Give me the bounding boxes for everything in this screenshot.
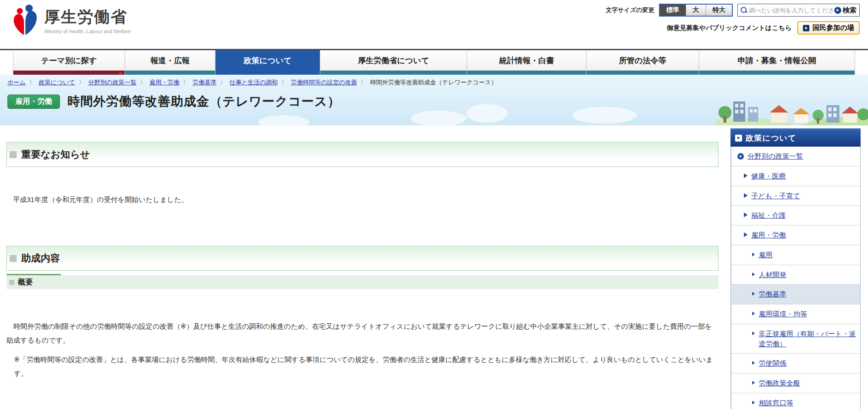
breadcrumb-item: 政策について 〉: [39, 79, 88, 86]
font-size-button[interactable]: 標準: [660, 5, 686, 16]
sidebar-item-label[interactable]: 健康・医療: [751, 171, 786, 181]
nav-item[interactable]: 厚生労働省について: [320, 50, 467, 75]
sidebar-item-label[interactable]: 相談窓口等: [759, 398, 793, 408]
sidebar-item-label[interactable]: 人材開発: [759, 270, 786, 280]
nav-item-label: 厚生労働省について: [320, 50, 467, 71]
nav-item[interactable]: 申請・募集・情報公開: [699, 50, 855, 75]
public-comment-text: 御意見募集やパブリックコメントはこちら: [667, 24, 792, 32]
square-bullet-icon: [10, 151, 17, 158]
nav-item-label: 政策について: [216, 50, 320, 71]
search-input[interactable]: [749, 7, 834, 14]
sidebar-item[interactable]: 雇用・労働: [731, 225, 860, 245]
nav-item[interactable]: 報道・広報: [125, 50, 216, 75]
breadcrumb-link[interactable]: 政策について: [39, 79, 75, 86]
nav-accent-bar: [699, 71, 855, 75]
font-size-button[interactable]: 特大: [706, 5, 732, 16]
sidebar-item[interactable]: 労使関係: [731, 354, 860, 373]
sidebar: 政策について 分野別の政策一覧 健康・医療 子ども・子育て: [730, 128, 861, 409]
participation-button[interactable]: 国民参加の場: [797, 21, 860, 35]
breadcrumb-separator: 〉: [183, 79, 189, 86]
triangle-bullet-icon: [752, 332, 755, 335]
breadcrumb-link[interactable]: 仕事と生活の調和: [229, 79, 278, 86]
category-badge: 雇用・労働: [7, 95, 60, 109]
sidebar-item[interactable]: 人材開発: [731, 265, 860, 285]
sidebar-item-label[interactable]: 福祉・介護: [751, 210, 786, 220]
breadcrumb: ホーム 〉 政策について 〉 分野別の政策一覧 〉 雇用・労働 〉 労働基準 〉: [0, 75, 868, 87]
sidebar-item[interactable]: 健康・医療: [731, 166, 860, 186]
site-header: 厚生労働省 Ministry of Health, Labour and Wel…: [0, 0, 868, 49]
sidebar-item-label[interactable]: 雇用: [759, 250, 772, 260]
sidebar-item[interactable]: 労働基準: [731, 285, 860, 304]
triangle-bullet-icon: [752, 361, 755, 365]
nav-accent-bar: [216, 71, 320, 75]
sidebar-item-label[interactable]: 労働政策全般: [759, 378, 800, 388]
sidebar-item-label[interactable]: 非正規雇用（有期・パート・派遣労働）: [759, 329, 856, 349]
nav-accent-bar: [125, 71, 215, 75]
overview-heading: 概要: [18, 278, 33, 287]
font-size-button-group: 標準大特大: [659, 4, 733, 17]
mhlw-logo[interactable]: 厚生労働省 Ministry of Health, Labour and Wel…: [10, 4, 131, 37]
nav-accent-bar: [467, 71, 586, 75]
search-icon: [741, 7, 747, 13]
font-size-button[interactable]: 大: [686, 5, 706, 16]
breadcrumb-item: ホーム 〉: [7, 79, 39, 86]
sidebar-item-label[interactable]: 労働基準: [759, 289, 786, 299]
breadcrumb-link[interactable]: ホーム: [7, 79, 26, 86]
sidebar-item[interactable]: 分野別の政策一覧: [731, 147, 860, 166]
nav-item-label: 所管の法令等: [587, 50, 699, 71]
breadcrumb-separator: 〉: [140, 79, 146, 86]
section-heading-grant: 助成内容: [6, 246, 718, 271]
breadcrumb-link[interactable]: 労働時間等の設定の改善: [291, 79, 357, 86]
nav-accent-bar: [320, 71, 467, 75]
nav-item[interactable]: 政策について: [216, 50, 320, 75]
nav-item[interactable]: テーマ別に探す: [13, 50, 125, 76]
nav-item[interactable]: 統計情報・白書: [467, 50, 587, 75]
font-size-label: 文字サイズの変更: [606, 6, 654, 14]
sidebar-item-label[interactable]: 分野別の政策一覧: [748, 151, 803, 161]
sidebar-item[interactable]: 労働政策全般: [731, 373, 860, 393]
sidebar-item-label[interactable]: 子ども・子育て: [751, 191, 800, 201]
breadcrumb-separator: 〉: [29, 79, 35, 86]
sidebar-item[interactable]: 福祉・介護: [731, 206, 860, 225]
main-content: 重要なお知らせ 平成31年度（令和元年度）の受付を開始いたしました。 助成内容 …: [6, 125, 718, 380]
nav-item[interactable]: 所管の法令等: [587, 50, 699, 75]
sidebar-item[interactable]: 非正規雇用（有期・パート・派遣労働）: [731, 324, 860, 354]
breadcrumb-item: 分野別の政策一覧 〉: [88, 79, 150, 86]
sidebar-item-label[interactable]: 労使関係: [759, 358, 786, 368]
triangle-bullet-icon: [752, 253, 755, 256]
triangle-bullet-icon: [744, 232, 748, 237]
notice-body-text: 平成31年度（令和元年度）の受付を開始いたしました。: [13, 196, 718, 204]
page-title: 時間外労働等改善助成金（テレワークコース）: [67, 93, 341, 110]
logo-title: 厚生労働省: [44, 6, 131, 28]
sidebar-header[interactable]: 政策について: [730, 128, 861, 147]
title-band: ホーム 〉 政策について 〉 分野別の政策一覧 〉 雇用・労働 〉 労働基準 〉: [0, 75, 868, 125]
nav-accent-bar: [587, 71, 699, 75]
breadcrumb-separator: 〉: [220, 79, 226, 86]
breadcrumb-link[interactable]: 分野別の政策一覧: [88, 79, 136, 86]
sidebar-item-label[interactable]: 雇用環境・均等: [759, 309, 807, 319]
sidebar-item[interactable]: 子ども・子育て: [731, 186, 860, 206]
triangle-bullet-icon: [744, 193, 748, 198]
sidebar-item[interactable]: 雇用環境・均等: [731, 304, 860, 324]
triangle-bullet-icon: [752, 292, 755, 296]
triangle-bullet-icon: [752, 381, 755, 385]
breadcrumb-link[interactable]: 労働基準: [192, 79, 216, 86]
sidebar-item[interactable]: 雇用: [731, 245, 860, 265]
triangle-bullet-icon: [752, 273, 755, 276]
breadcrumb-link[interactable]: 雇用・労働: [150, 79, 180, 86]
nav-item-label: 統計情報・白書: [467, 50, 586, 71]
breadcrumb-separator: 〉: [79, 79, 85, 86]
triangle-bullet-icon: [752, 312, 755, 315]
grant-heading: 助成内容: [21, 252, 60, 265]
logo-subtitle: Ministry of Health, Labour and Welfare: [44, 29, 131, 34]
triangle-bullet-icon: [737, 153, 744, 160]
triangle-bullet-icon: [744, 213, 748, 217]
search-go-arrow-icon: [834, 7, 841, 14]
breadcrumb-link[interactable]: 時間外労働等改善助成金（テレワークコース）: [370, 79, 497, 86]
sidebar-item-label[interactable]: 雇用・労働: [751, 230, 786, 240]
sidebar-item[interactable]: 相談窓口等: [731, 393, 860, 409]
breadcrumb-item: 労働基準 〉: [192, 79, 229, 86]
triangle-bullet-icon: [744, 173, 748, 178]
search-button[interactable]: 検索: [843, 6, 856, 15]
overview-paragraph-2: ※「労働時間等の設定の改善」とは、各事業場における労働時間、年次有給休暇などに関…: [6, 353, 718, 380]
